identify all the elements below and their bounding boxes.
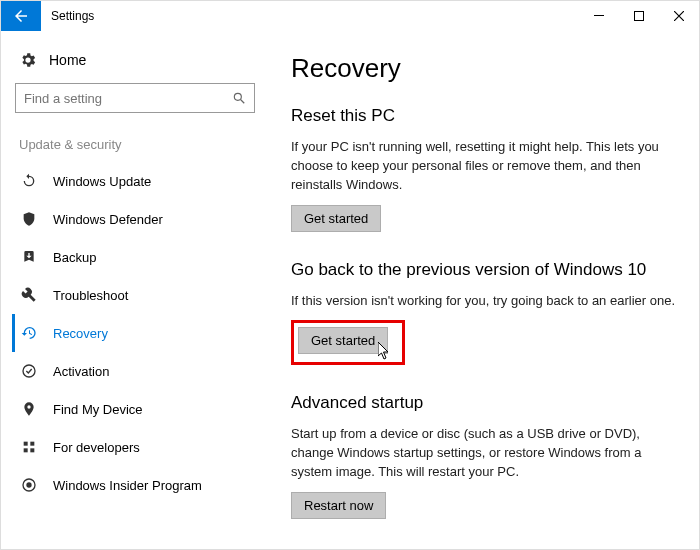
sidebar-item-for-developers[interactable]: For developers	[15, 428, 261, 466]
gear-icon	[19, 51, 37, 69]
sidebar-item-windows-update[interactable]: Windows Update	[15, 162, 261, 200]
sidebar-category-header: Update & security	[15, 133, 261, 162]
sidebar-home-label: Home	[49, 52, 86, 68]
sidebar-home[interactable]: Home	[15, 41, 261, 83]
svg-rect-1	[635, 12, 644, 21]
svg-point-10	[26, 482, 31, 487]
section-body: Start up from a device or disc (such as …	[291, 425, 675, 482]
search-icon	[232, 91, 246, 105]
svg-point-2	[234, 93, 241, 100]
section-advanced-startup: Advanced startup Start up from a device …	[291, 393, 675, 519]
insider-icon	[21, 477, 39, 493]
svg-line-3	[241, 100, 245, 104]
developer-icon	[21, 439, 39, 455]
minimize-icon	[594, 11, 604, 21]
svg-rect-6	[30, 442, 34, 446]
sidebar-item-label: Find My Device	[53, 402, 143, 417]
sidebar-item-troubleshoot[interactable]: Troubleshoot	[15, 276, 261, 314]
sidebar-item-label: Windows Update	[53, 174, 151, 189]
section-go-back: Go back to the previous version of Windo…	[291, 260, 675, 366]
history-icon	[21, 325, 39, 341]
sidebar-item-backup[interactable]: Backup	[15, 238, 261, 276]
page-title: Recovery	[291, 53, 675, 84]
window-title: Settings	[41, 1, 94, 31]
section-body: If your PC isn't running well, resetting…	[291, 138, 675, 195]
svg-point-4	[23, 365, 35, 377]
get-started-goback-button[interactable]: Get started	[298, 327, 388, 354]
search-input[interactable]	[24, 91, 232, 106]
section-reset-pc: Reset this PC If your PC isn't running w…	[291, 106, 675, 232]
sidebar-item-label: Activation	[53, 364, 109, 379]
sidebar-item-label: Recovery	[53, 326, 108, 341]
sidebar-item-label: Backup	[53, 250, 96, 265]
sidebar-item-label: For developers	[53, 440, 140, 455]
wrench-icon	[21, 287, 39, 303]
minimize-button[interactable]	[579, 1, 619, 31]
search-box[interactable]	[15, 83, 255, 113]
svg-rect-5	[24, 442, 28, 446]
sidebar-item-insider[interactable]: Windows Insider Program	[15, 466, 261, 504]
section-heading: Advanced startup	[291, 393, 675, 413]
close-icon	[674, 11, 684, 21]
close-button[interactable]	[659, 1, 699, 31]
sidebar-item-label: Windows Insider Program	[53, 478, 202, 493]
arrow-left-icon	[12, 7, 30, 25]
maximize-icon	[634, 11, 644, 21]
sync-icon	[21, 173, 39, 189]
section-body: If this version isn't working for you, t…	[291, 292, 675, 311]
sidebar-item-recovery[interactable]: Recovery	[12, 314, 261, 352]
sidebar-item-activation[interactable]: Activation	[15, 352, 261, 390]
titlebar: Settings	[1, 1, 699, 31]
sidebar: Home Update & security Windows Update Wi…	[1, 31, 261, 549]
get-started-reset-button[interactable]: Get started	[291, 205, 381, 232]
sidebar-item-windows-defender[interactable]: Windows Defender	[15, 200, 261, 238]
shield-icon	[21, 211, 39, 227]
backup-icon	[21, 249, 39, 265]
main-content: Recovery Reset this PC If your PC isn't …	[261, 31, 699, 549]
maximize-button[interactable]	[619, 1, 659, 31]
svg-rect-0	[594, 15, 604, 16]
section-heading: Reset this PC	[291, 106, 675, 126]
window-controls	[579, 1, 699, 31]
highlight-box: Get started	[291, 320, 405, 365]
check-circle-icon	[21, 363, 39, 379]
svg-rect-8	[30, 448, 34, 452]
section-heading: Go back to the previous version of Windo…	[291, 260, 675, 280]
sidebar-item-label: Windows Defender	[53, 212, 163, 227]
sidebar-item-label: Troubleshoot	[53, 288, 128, 303]
svg-rect-7	[24, 448, 28, 452]
location-icon	[21, 401, 39, 417]
back-button[interactable]	[1, 1, 41, 31]
restart-now-button[interactable]: Restart now	[291, 492, 386, 519]
sidebar-item-find-my-device[interactable]: Find My Device	[15, 390, 261, 428]
